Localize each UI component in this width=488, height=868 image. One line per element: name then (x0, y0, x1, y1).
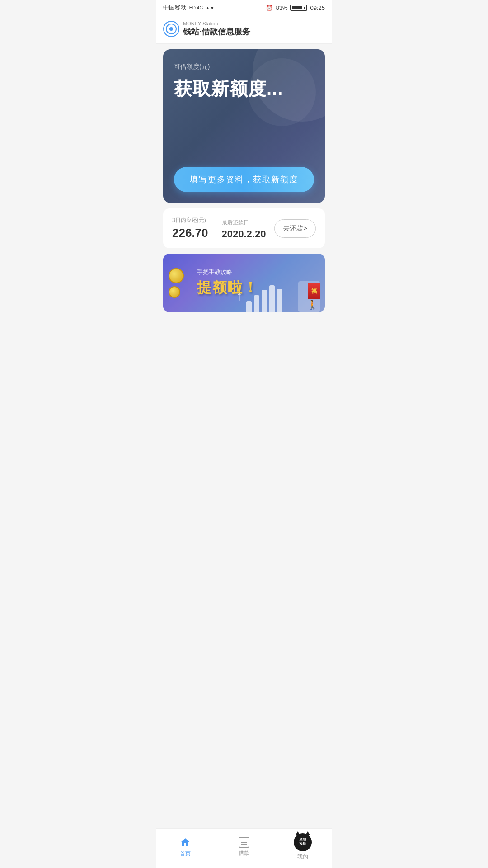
due-amount: 226.70 (172, 226, 208, 240)
credit-card: 可借额度(元) 获取新额度... 填写更多资料，获取新额度 (163, 49, 325, 203)
header-text: MONEY Station 钱站·借款信息服务 (183, 21, 250, 37)
home-icon (179, 836, 191, 848)
repayment-info: 3日内应还(元) 226.70 最后还款日 2020.2.20 (172, 217, 269, 240)
logo-dot (169, 27, 173, 31)
bar-4 (269, 285, 275, 312)
repayment-card: 3日内应还(元) 226.70 最后还款日 2020.2.20 去还款> (163, 208, 325, 248)
due-date-col: 最后还款日 2020.2.20 (222, 219, 266, 240)
nav-my[interactable]: 黑猫投诉 我的 (273, 833, 332, 861)
battery-icon (290, 5, 307, 11)
arrow-up-icon: ↑ (236, 289, 243, 303)
credit-label: 可借额度(元) (174, 63, 314, 71)
cat-ear-left (296, 831, 300, 835)
due-amount-col: 3日内应还(元) 226.70 (172, 217, 208, 240)
credit-amount: 获取新额度... (174, 76, 314, 101)
black-cat-text: 黑猫投诉 (299, 838, 306, 846)
person-icon: 🚶 (307, 299, 318, 310)
alarm-icon: ⏰ (266, 5, 273, 11)
bar-2 (254, 295, 259, 312)
coin-icon-2 (169, 286, 180, 298)
promotion-banner[interactable]: 手把手教攻略 提额啦！ ↑ 🚶 福 (163, 254, 325, 312)
loan-icon (239, 837, 249, 848)
last-date: 2020.2.20 (222, 228, 266, 240)
status-right: ⏰ 83% 09:25 (266, 5, 325, 11)
status-bar: 中国移动 HD 4G ▲▼ ⏰ 83% 09:25 (156, 0, 332, 15)
cat-ear-right (305, 831, 310, 835)
battery-text: 83% (276, 5, 287, 11)
logo-inner-ring (166, 24, 177, 34)
nav-loan-label: 借款 (239, 849, 249, 857)
time-text: 09:25 (310, 5, 325, 11)
repay-button[interactable]: 去还款> (274, 219, 316, 238)
app-logo (163, 21, 179, 37)
nav-loan[interactable]: 借款 (215, 837, 273, 857)
nav-my-label: 我的 (297, 853, 308, 861)
fill-info-button[interactable]: 填写更多资料，获取新额度 (174, 167, 314, 192)
card-bottom: 填写更多资料，获取新额度 (174, 167, 314, 192)
bar-5 (277, 289, 282, 312)
main-content: 可借额度(元) 获取新额度... 填写更多资料，获取新额度 3日内应还(元) 2… (156, 44, 332, 318)
banner-guide: 手把手教攻略 (197, 268, 316, 276)
black-cat-logo: 黑猫投诉 (294, 833, 312, 851)
bar-1 (246, 301, 252, 312)
nav-home-label: 首页 (180, 850, 191, 858)
nav-home[interactable]: 首页 (156, 836, 215, 858)
coin-icon-1 (169, 268, 184, 283)
brand-name: MONEY Station (183, 21, 250, 26)
carrier-text: 中国移动 HD 4G ▲▼ (163, 4, 215, 12)
chart-bars (246, 281, 282, 312)
bar-3 (262, 290, 267, 312)
red-packet-icon: 福 (308, 283, 320, 299)
black-cat-area: 黑猫投诉 (294, 833, 312, 851)
due-label: 3日内应还(元) (172, 217, 208, 224)
bottom-nav: 首页 借款 黑猫投诉 我的 (156, 828, 332, 868)
header-title: 钱站·借款信息服务 (183, 26, 250, 37)
home-svg (180, 837, 191, 848)
last-date-label: 最后还款日 (222, 219, 266, 226)
app-header: MONEY Station 钱站·借款信息服务 (156, 15, 332, 44)
